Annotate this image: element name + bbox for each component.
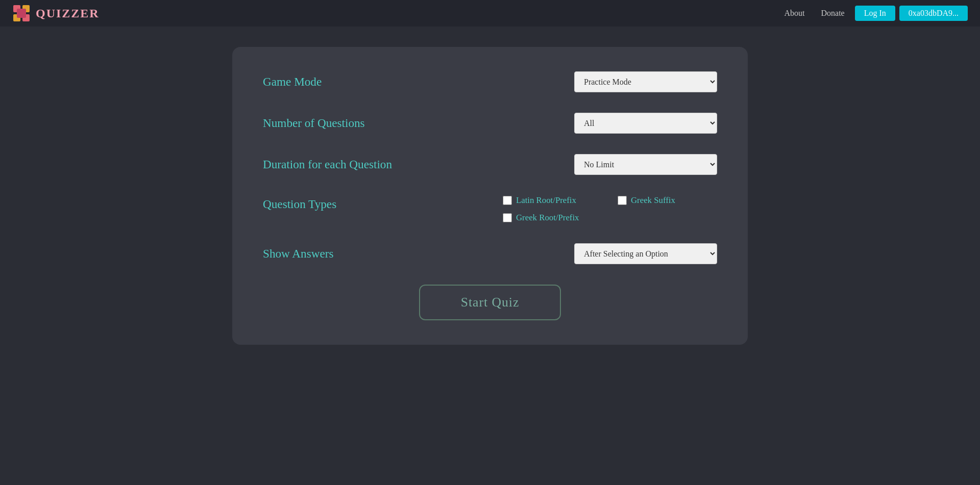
game-mode-row: Game Mode Practice Mode Timed Mode Chall… bbox=[263, 71, 717, 92]
checkbox-latin-label: Latin Root/Prefix bbox=[516, 195, 576, 206]
checkbox-greek-suffix-input[interactable] bbox=[618, 196, 627, 205]
num-questions-row: Number of Questions All 5 10 15 20 25 bbox=[263, 113, 717, 134]
duration-select[interactable]: No Limit 10 seconds 20 seconds 30 second… bbox=[574, 154, 717, 175]
show-answers-label: Show Answers bbox=[263, 247, 334, 261]
game-mode-label: Game Mode bbox=[263, 75, 322, 89]
start-quiz-button[interactable]: Start Quiz bbox=[419, 285, 561, 320]
logo[interactable]: QUIZZER bbox=[12, 4, 100, 22]
num-questions-label: Number of Questions bbox=[263, 116, 365, 130]
checkbox-latin[interactable]: Latin Root/Prefix bbox=[503, 195, 602, 206]
nav-donate[interactable]: Donate bbox=[815, 7, 850, 20]
question-types-checkboxes: Latin Root/Prefix Greek Suffix Greek Roo… bbox=[503, 195, 717, 223]
start-row: Start Quiz bbox=[263, 285, 717, 320]
logo-text: QUIZZER bbox=[36, 7, 100, 20]
logo-icon bbox=[12, 4, 31, 22]
duration-row: Duration for each Question No Limit 10 s… bbox=[263, 154, 717, 175]
settings-card: Game Mode Practice Mode Timed Mode Chall… bbox=[232, 47, 748, 345]
main-container: Game Mode Practice Mode Timed Mode Chall… bbox=[0, 27, 980, 365]
show-answers-select[interactable]: After Selecting an Option After Quiz Nev… bbox=[574, 243, 717, 264]
wallet-button[interactable]: 0xa03dbDA9... bbox=[899, 6, 968, 21]
checkbox-greek-root-input[interactable] bbox=[503, 213, 512, 222]
checkbox-greek-suffix-label: Greek Suffix bbox=[631, 195, 675, 206]
login-button[interactable]: Log In bbox=[855, 6, 895, 21]
num-questions-select[interactable]: All 5 10 15 20 25 bbox=[574, 113, 717, 134]
question-types-label: Question Types bbox=[263, 195, 336, 211]
checkbox-greek-root[interactable]: Greek Root/Prefix bbox=[503, 213, 602, 223]
duration-label: Duration for each Question bbox=[263, 158, 392, 171]
nav: About Donate Log In 0xa03dbDA9... bbox=[778, 6, 968, 21]
question-types-row: Question Types Latin Root/Prefix Greek S… bbox=[263, 195, 717, 223]
header: QUIZZER About Donate Log In 0xa03dbDA9..… bbox=[0, 0, 980, 27]
checkbox-greek-root-label: Greek Root/Prefix bbox=[516, 213, 579, 223]
nav-about[interactable]: About bbox=[778, 7, 811, 20]
svg-rect-4 bbox=[17, 9, 26, 18]
game-mode-select[interactable]: Practice Mode Timed Mode Challenge Mode bbox=[574, 71, 717, 92]
checkbox-greek-suffix[interactable]: Greek Suffix bbox=[618, 195, 717, 206]
checkbox-latin-input[interactable] bbox=[503, 196, 512, 205]
show-answers-row: Show Answers After Selecting an Option A… bbox=[263, 243, 717, 264]
